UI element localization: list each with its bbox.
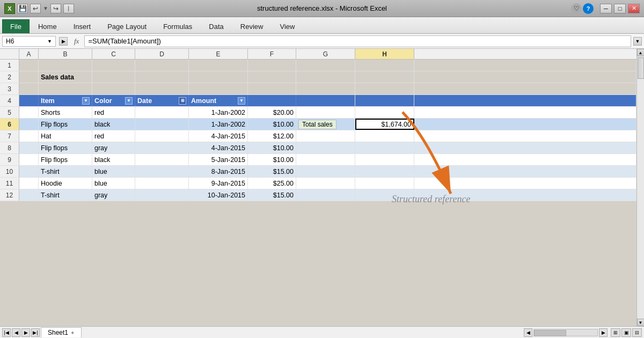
tab-review[interactable]: Review bbox=[232, 19, 272, 33]
cell-a12[interactable] bbox=[19, 189, 39, 201]
expand-formula-btn[interactable]: ▶ bbox=[59, 37, 68, 46]
tab-file[interactable]: File bbox=[2, 19, 30, 33]
cell-h7[interactable] bbox=[355, 130, 414, 142]
cell-f9[interactable]: $10.00 bbox=[248, 154, 296, 165]
cell-a7[interactable] bbox=[19, 130, 39, 142]
cell-e2[interactable] bbox=[189, 71, 248, 83]
cell-f8[interactable]: $10.00 bbox=[248, 142, 296, 153]
formula-input[interactable]: =SUM(Table1[Amount]) bbox=[84, 35, 631, 47]
cell-c7[interactable]: red bbox=[92, 130, 135, 142]
cell-a10[interactable] bbox=[19, 166, 39, 177]
undo-btn[interactable]: ↩ bbox=[30, 4, 41, 13]
cell-h5[interactable] bbox=[355, 107, 414, 118]
tab-view[interactable]: View bbox=[272, 19, 303, 33]
cell-g2[interactable] bbox=[296, 71, 355, 83]
scroll-down-btn[interactable]: ▼ bbox=[637, 319, 645, 326]
tab-page-layout[interactable]: Page Layout bbox=[99, 19, 155, 33]
cell-e6[interactable]: 1-Jan-2002 bbox=[189, 119, 248, 130]
cell-d7[interactable] bbox=[135, 130, 189, 142]
cell-c2[interactable] bbox=[92, 71, 135, 83]
cell-a3[interactable] bbox=[19, 83, 39, 94]
cell-e11[interactable]: 9-Jan-2015 bbox=[189, 178, 248, 189]
cell-d2[interactable] bbox=[135, 71, 189, 83]
minimize-btn[interactable]: ─ bbox=[600, 4, 612, 13]
table-header-date[interactable]: Date ⊞ bbox=[135, 95, 189, 106]
filter-item-btn[interactable]: ▼ bbox=[82, 97, 90, 105]
close-btn[interactable]: ✕ bbox=[628, 4, 640, 13]
col-header-b[interactable]: B bbox=[39, 49, 92, 59]
cell-h8[interactable] bbox=[355, 142, 414, 153]
cell-a1[interactable] bbox=[19, 60, 39, 71]
cell-g1[interactable] bbox=[296, 60, 355, 71]
cell-c10[interactable]: blue bbox=[92, 166, 135, 177]
cell-e7[interactable]: 4-Jan-2015 bbox=[189, 130, 248, 142]
cell-g6[interactable]: Total sales bbox=[296, 119, 355, 130]
cell-g3[interactable] bbox=[296, 83, 355, 94]
cell-c9[interactable]: black bbox=[92, 154, 135, 165]
tab-data[interactable]: Data bbox=[201, 19, 231, 33]
cell-d12[interactable] bbox=[135, 189, 189, 201]
tab-formulas[interactable]: Formulas bbox=[155, 19, 200, 33]
col-header-c[interactable]: C bbox=[92, 49, 135, 59]
help-heart-btn[interactable]: ♡ bbox=[571, 3, 582, 14]
cell-d3[interactable] bbox=[135, 83, 189, 94]
cell-c8[interactable]: gray bbox=[92, 142, 135, 153]
cell-h11[interactable] bbox=[355, 178, 414, 189]
cell-h10[interactable] bbox=[355, 166, 414, 177]
cell-c11[interactable]: blue bbox=[92, 178, 135, 189]
page-break-view-btn[interactable]: ⊟ bbox=[632, 328, 642, 337]
cell-e10[interactable]: 8-Jan-2015 bbox=[189, 166, 248, 177]
scroll-up-btn[interactable]: ▲ bbox=[637, 49, 645, 56]
cell-d10[interactable] bbox=[135, 166, 189, 177]
cell-e8[interactable]: 4-Jan-2015 bbox=[189, 142, 248, 153]
vertical-scrollbar[interactable]: ▲ ▼ bbox=[636, 49, 644, 326]
cell-b2[interactable]: Sales data bbox=[39, 71, 92, 83]
cell-e1[interactable] bbox=[189, 60, 248, 71]
cell-g11[interactable] bbox=[296, 178, 355, 189]
cell-f12[interactable]: $15.00 bbox=[248, 189, 296, 201]
col-header-d[interactable]: D bbox=[135, 49, 189, 59]
cell-d6[interactable] bbox=[135, 119, 189, 130]
cell-h1[interactable] bbox=[355, 60, 414, 71]
cell-b3[interactable] bbox=[39, 83, 92, 94]
cell-f6[interactable]: $10.00 bbox=[248, 119, 296, 130]
col-header-a[interactable]: A bbox=[19, 49, 39, 59]
cell-c3[interactable] bbox=[92, 83, 135, 94]
filter-amount-btn[interactable]: ▼ bbox=[238, 97, 245, 105]
redo-btn[interactable]: ↪ bbox=[50, 4, 61, 13]
cell-d1[interactable] bbox=[135, 60, 189, 71]
cell-g5[interactable] bbox=[296, 107, 355, 118]
cell-c6[interactable]: black bbox=[92, 119, 135, 130]
sheet-last-btn[interactable]: ▶| bbox=[31, 328, 40, 337]
hscroll-left-btn[interactable]: ◀ bbox=[524, 328, 532, 337]
cell-f3[interactable] bbox=[248, 83, 296, 94]
cell-e5[interactable]: 1-Jan-2002 bbox=[189, 107, 248, 118]
cell-g7[interactable] bbox=[296, 130, 355, 142]
cell-f7[interactable]: $12.00 bbox=[248, 130, 296, 142]
col-header-g[interactable]: G bbox=[296, 49, 355, 59]
cell-d8[interactable] bbox=[135, 142, 189, 153]
cell-b8[interactable]: Flip flops bbox=[39, 142, 92, 153]
sheet-prev-btn[interactable]: ◀ bbox=[12, 328, 20, 337]
cell-d5[interactable] bbox=[135, 107, 189, 118]
cell-g10[interactable] bbox=[296, 166, 355, 177]
cell-d9[interactable] bbox=[135, 154, 189, 165]
col-header-f[interactable]: F bbox=[248, 49, 296, 59]
h-scrollbar[interactable]: ◀ ▶ bbox=[524, 328, 608, 337]
cell-a8[interactable] bbox=[19, 142, 39, 153]
cell-h9[interactable] bbox=[355, 154, 414, 165]
table-header-color[interactable]: Color ▼ bbox=[92, 95, 135, 106]
cell-f1[interactable] bbox=[248, 60, 296, 71]
col-header-h[interactable]: H bbox=[355, 49, 414, 59]
filter-color-btn[interactable]: ▼ bbox=[125, 97, 133, 105]
cell-b1[interactable] bbox=[39, 60, 92, 71]
cell-a6[interactable] bbox=[19, 119, 39, 130]
cell-a9[interactable] bbox=[19, 154, 39, 165]
cell-c5[interactable]: red bbox=[92, 107, 135, 118]
hscroll-track[interactable] bbox=[533, 329, 598, 336]
cell-b7[interactable]: Hat bbox=[39, 130, 92, 142]
formula-expand-btn[interactable]: ▼ bbox=[633, 37, 642, 46]
table-header-amount[interactable]: Amount ▼ bbox=[189, 95, 248, 106]
col-header-e[interactable]: E bbox=[189, 49, 248, 59]
cell-a5[interactable] bbox=[19, 107, 39, 118]
